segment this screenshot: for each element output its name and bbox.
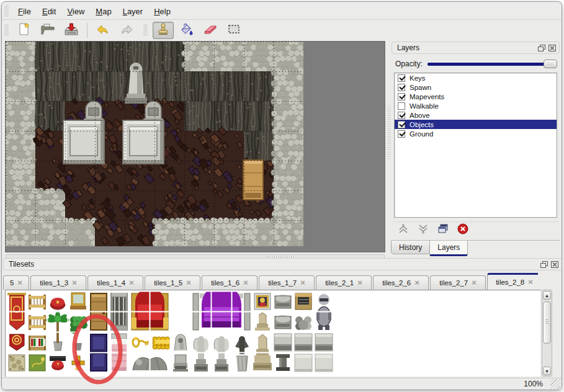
close-panel-icon[interactable]: [550, 261, 559, 269]
tileset-vscroll-thumb[interactable]: [543, 301, 551, 344]
tileset-tab-label: tiles_2_6: [382, 279, 411, 287]
layer-visibility-checkbox[interactable]: [398, 93, 405, 100]
layer-list[interactable]: KeysSpawnMapeventsWalkableAboveObjectsGr…: [394, 73, 557, 218]
layers-dock-title: Layers: [397, 43, 535, 52]
tileset-content[interactable]: [5, 290, 540, 376]
toolbar-drag-handle[interactable]: [143, 24, 148, 37]
tab-close-icon[interactable]: ×: [357, 280, 362, 286]
tileset-tab-tiles_1_3[interactable]: tiles_1_3×: [30, 275, 86, 290]
menu-layer[interactable]: Layer: [117, 5, 149, 18]
layer-visibility-checkbox[interactable]: [398, 112, 405, 119]
tileset-tab-tiles_2_1[interactable]: tiles_2_1×: [316, 275, 372, 290]
stamp-tool-button[interactable]: [153, 22, 174, 39]
new-tool-button[interactable]: [14, 22, 35, 39]
tileset-tab-5[interactable]: 5×: [3, 275, 29, 290]
opacity-slider-track[interactable]: [427, 63, 557, 66]
tileset-tab-label: tiles_1_5: [154, 279, 182, 287]
tileset-tab-tiles_2_8[interactable]: tiles_2_8×: [487, 273, 538, 290]
menu-help[interactable]: Help: [148, 5, 176, 18]
tileset-tab-label: tiles_1_3: [40, 279, 68, 287]
layer-visibility-checkbox[interactable]: [398, 102, 405, 110]
float-panel-icon[interactable]: [537, 44, 546, 52]
tab-close-icon[interactable]: ×: [243, 280, 248, 286]
layer-visibility-checkbox[interactable]: [398, 84, 405, 91]
opacity-slider-handle[interactable]: [544, 60, 557, 68]
fill-icon: [179, 22, 195, 39]
tab-close-icon[interactable]: ×: [129, 280, 134, 286]
tileset-tab-label: tiles_2_7: [439, 279, 468, 287]
undo-tool-button[interactable]: [92, 22, 114, 39]
opacity-slider[interactable]: [427, 59, 557, 69]
tileset-tab-tiles_1_6[interactable]: tiles_1_6×: [202, 275, 257, 290]
layer-name-label: Spawn: [410, 84, 431, 91]
save-icon: [63, 22, 79, 39]
menu-bar: FileEditViewMapLayerHelp: [2, 4, 562, 19]
layer-name-label: Walkable: [410, 102, 439, 110]
eraser-tool-button[interactable]: [200, 22, 221, 39]
tileset-canvas[interactable]: [6, 291, 540, 376]
scroll-down-icon[interactable]: ▼: [543, 367, 551, 375]
save-tool-button[interactable]: [61, 22, 82, 39]
redo-tool-button[interactable]: [116, 22, 137, 39]
layer-name-label: Ground: [410, 130, 433, 138]
layers-dock: Layers Opacity: KeysSpawnMapeventsWalkab…: [392, 42, 560, 256]
lower-layer-button[interactable]: [415, 223, 431, 237]
open-icon: [40, 22, 56, 39]
layer-row-above[interactable]: Above: [395, 110, 557, 120]
dock-tab-layers[interactable]: Layers: [429, 241, 468, 256]
tab-close-icon[interactable]: ×: [528, 279, 533, 285]
layer-row-ground[interactable]: Ground: [395, 129, 557, 138]
scroll-up-icon[interactable]: ▲: [543, 291, 551, 300]
tab-close-icon[interactable]: ×: [186, 280, 191, 286]
tab-close-icon[interactable]: ×: [72, 280, 77, 286]
float-panel-icon[interactable]: [540, 261, 548, 269]
fill-tool-button[interactable]: [176, 22, 197, 39]
tileset-tab-label: tiles_1_6: [211, 279, 239, 287]
tileset-tab-tiles_1_5[interactable]: tiles_1_5×: [145, 275, 200, 290]
tileset-tab-bar: 5×tiles_1_3×tiles_1_4×tiles_1_5×tiles_1_…: [3, 272, 538, 290]
menu-view[interactable]: View: [61, 5, 90, 18]
tab-close-icon[interactable]: ×: [300, 280, 305, 286]
toolbar-drag-handle[interactable]: [4, 24, 9, 37]
undo-icon: [95, 22, 111, 39]
tileset-tab-tiles_1_4[interactable]: tiles_1_4×: [87, 275, 143, 290]
tileset-tab-tiles_2_7[interactable]: tiles_2_7×: [430, 275, 486, 290]
tileset-vertical-scrollbar[interactable]: ▲ ▼: [542, 290, 552, 376]
layer-visibility-checkbox[interactable]: [398, 121, 405, 128]
stamp-icon: [156, 22, 171, 39]
tilesets-dock: Tilesets 5×tiles_1_3×tiles_1_4×tiles_1_5…: [3, 258, 562, 380]
close-panel-icon[interactable]: [548, 44, 557, 52]
layer-actions-toolbar: [393, 221, 558, 238]
delete-layer-button[interactable]: [455, 223, 471, 237]
menu-file[interactable]: File: [12, 5, 37, 18]
tab-close-icon[interactable]: ×: [472, 280, 477, 286]
menubar-drag-handle[interactable]: [4, 5, 9, 17]
select-tool-button[interactable]: [223, 22, 244, 39]
tilesets-dock-title: Tilesets: [9, 260, 538, 269]
resize-grip[interactable]: [550, 379, 560, 389]
layer-row-walkable[interactable]: Walkable: [395, 101, 557, 110]
open-tool-button[interactable]: [37, 22, 58, 39]
duplicate-layer-button[interactable]: [435, 223, 451, 237]
opacity-row: Opacity:: [393, 58, 558, 70]
menu-edit[interactable]: Edit: [37, 5, 61, 18]
menu-map[interactable]: Map: [90, 5, 117, 18]
layer-visibility-checkbox[interactable]: [398, 74, 405, 82]
dock-tab-history[interactable]: History: [391, 241, 430, 254]
map-canvas-view[interactable]: [5, 41, 385, 252]
layer-name-label: Above: [410, 112, 430, 119]
tab-close-icon[interactable]: ×: [17, 280, 22, 286]
raise-layer-button[interactable]: [395, 223, 411, 237]
map-canvas[interactable]: [6, 42, 303, 246]
layer-row-mapevents[interactable]: Mapevents: [395, 92, 557, 101]
layer-row-objects[interactable]: Objects: [395, 120, 557, 129]
layer-visibility-checkbox[interactable]: [398, 130, 405, 138]
layer-row-spawn[interactable]: Spawn: [395, 82, 557, 92]
vertical-splitter-handle[interactable]: [387, 106, 391, 159]
layer-row-keys[interactable]: Keys: [395, 73, 557, 82]
tileset-tab-tiles_1_7[interactable]: tiles_1_7×: [259, 275, 315, 290]
menubar-separator: [2, 19, 562, 20]
tab-close-icon[interactable]: ×: [414, 280, 419, 286]
delete-layer-icon: [457, 223, 469, 237]
tileset-tab-tiles_2_6[interactable]: tiles_2_6×: [373, 275, 429, 290]
